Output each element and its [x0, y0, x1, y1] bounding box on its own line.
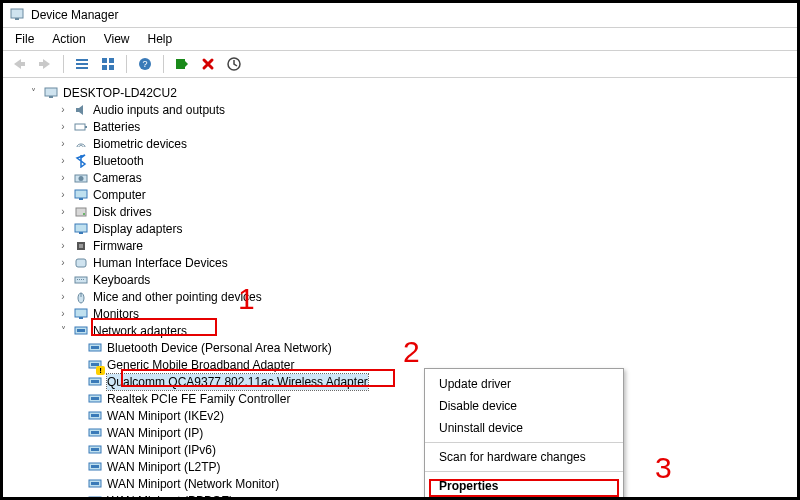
tree-device[interactable]: Bluetooth Device (Personal Area Network) — [9, 339, 793, 356]
tree-device[interactable]: WAN Miniport (PPPOE) — [9, 492, 793, 500]
tree-root[interactable]: ˅ DESKTOP-LD42CU2 — [9, 84, 793, 101]
expand-icon[interactable]: › — [57, 138, 69, 150]
expand-icon[interactable]: › — [57, 189, 69, 201]
menu-file[interactable]: File — [7, 30, 42, 48]
svg-rect-28 — [79, 244, 83, 248]
expand-icon[interactable]: › — [57, 291, 69, 303]
svg-rect-38 — [79, 317, 83, 319]
tree-category[interactable]: ›Batteries — [9, 118, 793, 135]
context-menu-scan-hardware[interactable]: Scan for hardware changes — [425, 446, 623, 468]
tree-device[interactable]: WAN Miniport (IKEv2) — [9, 407, 793, 424]
context-menu-update-driver[interactable]: Update driver — [425, 373, 623, 395]
tree-category[interactable]: ›Mice and other pointing devices — [9, 288, 793, 305]
expand-icon[interactable]: › — [57, 172, 69, 184]
tree-category-label: Disk drives — [93, 204, 152, 220]
tree-category[interactable]: ›Bluetooth — [9, 152, 793, 169]
battery-icon — [73, 119, 89, 135]
svg-rect-31 — [77, 279, 78, 280]
tree-category[interactable]: ›Disk drives — [9, 203, 793, 220]
svg-rect-33 — [81, 279, 82, 280]
svg-rect-1 — [15, 18, 19, 20]
tree-category-label: Display adapters — [93, 221, 182, 237]
tree-device-label: WAN Miniport (IPv6) — [107, 442, 216, 458]
details-icon[interactable] — [72, 54, 92, 74]
disk-icon — [73, 204, 89, 220]
tree-category-label: Mice and other pointing devices — [93, 289, 262, 305]
hid-icon — [73, 255, 89, 271]
network-adapter-icon — [87, 442, 103, 458]
tree-category-label: Human Interface Devices — [93, 255, 228, 271]
tree-category[interactable]: ›Biometric devices — [9, 135, 793, 152]
tree-device[interactable]: WAN Miniport (L2TP) — [9, 458, 793, 475]
context-menu: Update driver Disable device Uninstall d… — [424, 368, 624, 500]
context-menu-uninstall-device[interactable]: Uninstall device — [425, 417, 623, 439]
expand-icon[interactable]: › — [57, 121, 69, 133]
expand-icon[interactable]: › — [57, 274, 69, 286]
back-button[interactable] — [9, 54, 29, 74]
context-menu-disable-device[interactable]: Disable device — [425, 395, 623, 417]
context-menu-properties[interactable]: Properties — [425, 475, 623, 497]
help-icon[interactable]: ? — [135, 54, 155, 74]
network-adapter-icon — [87, 408, 103, 424]
update-driver-icon[interactable] — [224, 54, 244, 74]
menu-help[interactable]: Help — [140, 30, 181, 48]
bluetooth-icon — [73, 153, 89, 169]
svg-rect-18 — [85, 126, 87, 128]
tree-category[interactable]: ›Display adapters — [9, 220, 793, 237]
svg-rect-21 — [75, 190, 87, 198]
expand-icon[interactable]: › — [57, 223, 69, 235]
tree-device-label: Bluetooth Device (Personal Area Network) — [107, 340, 332, 356]
svg-rect-25 — [75, 224, 87, 232]
title-bar: Device Manager — [3, 3, 797, 28]
forward-button[interactable] — [35, 54, 55, 74]
toolbar: ? — [3, 51, 797, 78]
scan-icon[interactable] — [172, 54, 192, 74]
devices-by-type-icon[interactable] — [98, 54, 118, 74]
uninstall-icon[interactable] — [198, 54, 218, 74]
network-adapter-icon — [87, 459, 103, 475]
tree-category[interactable]: ›Human Interface Devices — [9, 254, 793, 271]
tree-device[interactable]: Generic Mobile Broadband Adapter — [9, 356, 793, 373]
monitor-icon — [73, 306, 89, 322]
tree-category[interactable]: ›Firmware — [9, 237, 793, 254]
svg-rect-10 — [109, 65, 114, 70]
tree-category[interactable]: ›Cameras — [9, 169, 793, 186]
network-adapter-icon — [87, 374, 103, 390]
svg-rect-32 — [79, 279, 80, 280]
svg-rect-2 — [20, 62, 25, 66]
tree-category-network-adapters[interactable]: ˅ Network adapters — [9, 322, 793, 339]
expand-icon[interactable]: › — [57, 206, 69, 218]
expand-icon[interactable]: › — [57, 308, 69, 320]
tree-device[interactable]: WAN Miniport (IP) — [9, 424, 793, 441]
menu-bar: File Action View Help — [3, 28, 797, 51]
device-tree[interactable]: ˅ DESKTOP-LD42CU2 ›Audio inputs and outp… — [3, 78, 797, 500]
expand-icon[interactable]: › — [57, 104, 69, 116]
expand-icon[interactable]: › — [57, 240, 69, 252]
expand-icon[interactable]: › — [57, 257, 69, 269]
expand-icon[interactable]: ˅ — [27, 87, 39, 99]
toolbar-separator — [163, 55, 164, 73]
fingerprint-icon — [73, 136, 89, 152]
tree-category-label: Bluetooth — [93, 153, 144, 169]
tree-category[interactable]: ›Monitors — [9, 305, 793, 322]
tree-category-label: Audio inputs and outputs — [93, 102, 225, 118]
tree-category[interactable]: ›Audio inputs and outputs — [9, 101, 793, 118]
tree-device[interactable]: WAN Miniport (IPv6) — [9, 441, 793, 458]
expand-icon[interactable]: ˅ — [57, 325, 69, 337]
tree-device[interactable]: Qualcomm QCA9377 802.11ac Wireless Adapt… — [9, 373, 793, 390]
svg-rect-37 — [75, 309, 87, 317]
tree-category-label: Biometric devices — [93, 136, 187, 152]
context-menu-separator — [425, 442, 623, 443]
svg-rect-16 — [49, 96, 53, 98]
expand-icon[interactable]: › — [57, 155, 69, 167]
network-adapter-icon — [87, 425, 103, 441]
tree-category[interactable]: ›Computer — [9, 186, 793, 203]
tree-device[interactable]: Realtek PCIe FE Family Controller — [9, 390, 793, 407]
svg-rect-6 — [76, 67, 88, 69]
tree-device[interactable]: WAN Miniport (Network Monitor) — [9, 475, 793, 492]
menu-view[interactable]: View — [96, 30, 138, 48]
menu-action[interactable]: Action — [44, 30, 93, 48]
tree-device-label: Qualcomm QCA9377 802.11ac Wireless Adapt… — [107, 374, 368, 390]
tree-category[interactable]: ›Keyboards — [9, 271, 793, 288]
tree-category-label: Keyboards — [93, 272, 150, 288]
